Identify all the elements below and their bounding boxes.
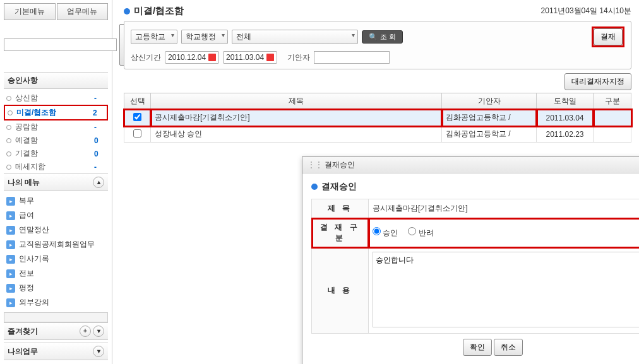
col-type: 구분 (594, 93, 631, 110)
proxy-approver-button[interactable]: 대리결재자지정 (564, 73, 631, 90)
module-icon: ▸ (6, 298, 15, 307)
row-checkbox[interactable] (133, 113, 141, 121)
magnifier-icon: 🔍 (369, 33, 378, 41)
expand-icon[interactable]: ▾ (93, 346, 104, 357)
drafter-label: 기안자 (287, 52, 310, 63)
bullet-icon (311, 184, 318, 190)
menu-item-1[interactable]: ▸복무 (4, 194, 108, 208)
nav-item-gongram[interactable]: 공람함- (4, 120, 108, 134)
menu-item-8[interactable]: ▸외부강의 (4, 295, 108, 310)
approve-button[interactable]: 결재 (594, 28, 623, 45)
module-icon: ▸ (6, 226, 15, 235)
section-favorites-header: 즐겨찾기 + ▾ (4, 322, 108, 340)
section-mymenu-header: 나의 메뉴 ▴ (4, 173, 108, 191)
module-icon: ▸ (6, 269, 15, 278)
horizontal-scrollbar[interactable] (4, 312, 108, 322)
menu-item-5[interactable]: ▸인사기록 (4, 252, 108, 266)
main-content: 미결/협조함 2011년03월04일 14시10분 고등학교 학교행정 전체 🔍… (112, 0, 639, 364)
bullet-icon (124, 8, 130, 15)
ok-button[interactable]: 확인 (463, 339, 492, 356)
date-to-input[interactable]: 2011.03.04 (223, 51, 277, 64)
module-icon: ▸ (6, 211, 15, 220)
module-icon: ▸ (6, 197, 15, 206)
col-select: 선택 (124, 93, 151, 110)
section-mywork-header: 나의업무 ▾ (4, 343, 108, 360)
documents-table: 선택 제목 기안자 도착일 구분 공시제출마감[기결취소기안] 김화공업고등학교… (124, 93, 631, 143)
drafter-input[interactable] (314, 51, 390, 64)
table-row[interactable]: 성장내상 승인 김화공업고등학교 / 2011.02.23 (124, 126, 631, 143)
menu-item-6[interactable]: ▸전보 (4, 266, 108, 281)
filter-panel: 고등학교 학교행정 전체 🔍조 회 결재 상신기간 2010.12.04 201… (124, 21, 631, 69)
table-row[interactable]: 공시제출마감[기결취소기안] 김화공업고등학교 / 2011.03.04 (124, 110, 631, 126)
section-mywork-title: 나의업무 (8, 346, 38, 357)
section-favorites-title: 즐겨찾기 (8, 326, 38, 337)
search-button[interactable]: 🔍조 회 (362, 30, 403, 44)
section-approval-title: 승인사항 (8, 75, 38, 86)
menu-item-2[interactable]: ▸급여 (4, 208, 108, 223)
timestamp: 2011년03월04일 14시10분 (541, 6, 631, 16)
dialog-title: 결재승인 (311, 181, 639, 192)
menu-item-7[interactable]: ▸평정 (4, 281, 108, 295)
calendar-icon (266, 54, 274, 61)
col-subject: 제목 (151, 93, 442, 110)
approval-dialog: ⋮⋮ 결재승인 ✕ 결재승인 제 목 공시제출마감[기결취소기안] 결 재 구 … (302, 156, 639, 364)
page-title: 미결/협조함 (124, 5, 184, 17)
category-select[interactable]: 학교행정 (181, 30, 228, 44)
menu-item-4[interactable]: ▸교직원공제회회원업무 (4, 237, 108, 252)
module-icon: ▸ (6, 255, 15, 264)
period-label: 상신기간 (131, 52, 161, 63)
dialog-header[interactable]: ⋮⋮ 결재승인 ✕ (302, 157, 639, 173)
nav-item-pending[interactable]: 미결/협조함2 (4, 105, 108, 120)
radio-approve[interactable]: 승인 (373, 227, 398, 238)
content-textarea[interactable] (373, 252, 639, 327)
approval-type-label: 결 재 구 분 (312, 218, 369, 248)
module-icon: ▸ (6, 284, 15, 293)
row-checkbox[interactable] (133, 129, 141, 138)
approval-nav-list: 상신함- 미결/협조함2 공람함- 예결함0 기결함0 메세지함- (4, 91, 108, 173)
col-arrived: 도착일 (537, 93, 594, 110)
date-from-input[interactable]: 2010.12.04 (165, 51, 219, 64)
sidebar: 기본메뉴 업무메뉴 메뉴검색 승인사항 상신함- 미결/협조함2 공람함- 예결… (0, 0, 112, 364)
cancel-button[interactable]: 취소 (494, 339, 523, 356)
mymenu-list: ▸복무 ▸급여 ▸연말정산 ▸교직원공제회회원업무 ▸인사기록 ▸전보 ▸평정 … (4, 194, 108, 310)
nav-item-sangsin[interactable]: 상신함- (4, 91, 108, 105)
add-icon[interactable]: + (80, 326, 91, 337)
menu-search-input[interactable] (4, 38, 117, 51)
drag-handle-icon: ⋮⋮ (308, 160, 323, 169)
content-label: 내 용 (312, 248, 369, 334)
nav-item-yegyeol[interactable]: 예결함0 (4, 134, 108, 147)
calendar-icon (208, 54, 216, 61)
subject-value: 공시제출마감[기결취소기안] (369, 199, 640, 218)
nav-item-message[interactable]: 메세지함- (4, 160, 108, 173)
expand-icon[interactable]: ▾ (93, 326, 104, 337)
radio-reject[interactable]: 반려 (408, 227, 433, 238)
section-mymenu-title: 나의 메뉴 (8, 177, 40, 188)
school-type-select[interactable]: 고등학교 (131, 30, 177, 44)
section-approval-header: 승인사항 (4, 72, 108, 89)
collapse-icon[interactable]: ▴ (93, 177, 104, 188)
module-icon: ▸ (6, 240, 15, 249)
tab-basic-menu[interactable]: 기본메뉴 (4, 3, 56, 20)
subject-label: 제 목 (312, 199, 369, 218)
subcategory-select[interactable]: 전체 (232, 30, 358, 44)
menu-item-3[interactable]: ▸연말정산 (4, 223, 108, 237)
nav-item-gigyeol[interactable]: 기결함0 (4, 147, 108, 160)
tab-biz-menu[interactable]: 업무메뉴 (57, 3, 109, 20)
col-drafter: 기안자 (442, 93, 537, 110)
approval-form: 제 목 공시제출마감[기결취소기안] 결 재 구 분 승인 반려 (311, 199, 639, 334)
